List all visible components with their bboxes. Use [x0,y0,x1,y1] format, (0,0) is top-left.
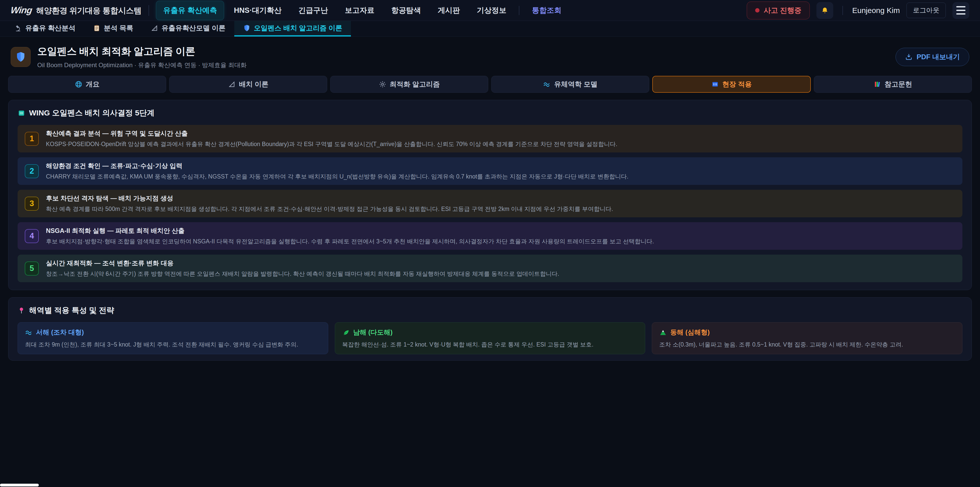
tab-analysis-list[interactable]: 분석 목록 [84,21,142,37]
tab-label: 유출유 확산분석 [25,24,76,33]
control-panel-icon [18,109,25,117]
page-titles: 오일펜스 배치 최적화 알고리즘 이론 Oil Boom Deployment … [37,45,247,69]
round-pushpin-icon [18,307,25,315]
nav-item-hns-diffusion[interactable]: HNS·대기확산 [227,1,288,20]
globe-icon [75,80,83,88]
hamburger-menu-button[interactable] [953,2,969,19]
step-body: 확산 예측 경계를 따라 500m 간격 격자로 후보 배치지점을 생성합니다.… [46,205,613,213]
region-name: 서해 (조차 대형) [36,328,84,337]
nav-item-emergency-rescue[interactable]: 긴급구난 [291,1,335,20]
app-title: 해양환경 위기대응 통합시스템 [36,5,142,16]
step-body: CHARRY 채리모델 조류예측값, KMA UM 풍속풍향, 수심격자, NG… [46,172,628,180]
site-icon [711,80,719,88]
triangle-ruler-icon [228,80,235,88]
step-body: KOSPS·POSEIDON·OpenDrift 앙상블 예측 결과에서 유출유… [46,140,617,148]
region-title-row: 서해 (조차 대형) [25,328,321,337]
section-tab-optimization-algorithm[interactable]: 최적화 알고리즘 [330,76,488,93]
leaf-icon [342,329,350,336]
step-title: 해양환경 조건 확인 — 조류·파고·수심·기상 입력 [46,162,628,170]
region-title-row: 남해 (다도해) [342,328,638,337]
page-header-left: 오일펜스 배치 최적화 알고리즘 이론 Oil Boom Deployment … [11,45,247,69]
region-grid: 서해 (조차 대형) 최대 조차 9m (인천), 조류 최대 3~5 knot… [18,322,963,354]
app-logo[interactable]: Wing 해양환경 위기대응 통합시스템 [11,5,142,16]
nav-item-aerial-search[interactable]: 항공탐색 [384,1,428,20]
step-number-badge: 4 [25,229,39,243]
nav-item-reports[interactable]: 보고자료 [338,1,381,20]
section-tab-label: 배치 이론 [239,80,269,89]
tab-spill-diffusion-analysis[interactable]: 유출유 확산분석 [6,21,84,37]
gear-icon [379,80,387,88]
tab-diffusion-model-theory[interactable]: 유출유확산모델 이론 [142,21,234,37]
step-body: 창조→낙조 전환 시(약 6시간 주기) 조류 방향 역전에 따른 오일펜스 재… [46,270,559,278]
step-number-badge: 1 [25,132,39,146]
incident-label: 사고 진행중 [764,6,801,15]
region-card-title: 해역별 적용 특성 및 전략 [29,305,114,316]
shield-icon [243,24,251,32]
incident-status-badge: 사고 진행중 [747,2,810,19]
top-navbar: Wing 해양환경 위기대응 통합시스템 유출유 확산예측 HNS·대기확산 긴… [0,0,980,21]
wave-icon [25,329,33,336]
decision-step-2: 2 해양환경 조건 확인 — 조류·파고·수심·기상 입력 CHARRY 채리모… [18,157,963,185]
section-tabs: 개요 배치 이론 최적화 알고리즘 유체역학 모델 현장 적용 참고문헌 [0,75,980,93]
decision-steps-card: WING 오일펜스 배치 의사결정 5단계 1 확산예측 결과 분석 — 위험 … [8,100,972,290]
section-tab-deployment-theory[interactable]: 배치 이론 [169,76,327,93]
main-menu: 유출유 확산예측 HNS·대기확산 긴급구난 보고자료 항공탐색 게시판 기상정… [156,1,568,20]
notifications-button[interactable] [816,2,833,19]
horizontal-scrollbar-thumb[interactable] [0,484,39,487]
step-title: 실시간 재최적화 — 조석 변환·조류 변화 대응 [46,259,559,267]
nav-item-integrated-search[interactable]: 통합조회 [525,1,568,20]
decision-step-5: 5 실시간 재최적화 — 조석 변환·조류 변화 대응 창조→낙조 전환 시(약… [18,255,963,282]
navbar-left: Wing 해양환경 위기대응 통합시스템 유출유 확산예측 HNS·대기확산 긴… [11,1,568,20]
download-icon [905,53,913,61]
decision-step-4: 4 NSGA-II 최적화 실행 — 파레토 최적 배치안 산출 후보 배치지점… [18,222,963,250]
step-text: 실시간 재최적화 — 조석 변환·조류 변화 대응 창조→낙조 전환 시(약 6… [46,259,559,278]
region-name: 남해 (다도해) [353,328,393,337]
section-tab-overview[interactable]: 개요 [8,76,166,93]
step-number-badge: 5 [25,262,39,276]
section-tab-label: 참고문헌 [885,80,912,89]
section-tab-label: 유체역학 모델 [554,80,597,89]
tab-label: 유출유확산모델 이론 [162,24,226,33]
section-tab-label: 현장 적용 [722,80,752,89]
user-name: Eunjeong Kim [852,6,900,15]
microscope-icon [14,24,22,32]
step-title: NSGA-II 최적화 실행 — 파레토 최적 배치안 산출 [46,227,654,235]
logout-button[interactable]: 로그아웃 [907,3,946,18]
region-body: 최대 조차 9m (인천), 조류 최대 3~5 knot. J형 배치 주력.… [25,341,321,348]
view-tabbar: 유출유 확산분석 분석 목록 유출유확산모델 이론 오일펜스 배치 알고리즘 이… [0,21,980,37]
hamburger-bar [956,6,966,7]
shield-icon [15,51,27,63]
divider [519,6,519,15]
step-text: 해양환경 조건 확인 — 조류·파고·수심·기상 입력 CHARRY 채리모델 … [46,162,628,180]
nav-item-oil-spill-prediction[interactable]: 유출유 확산예측 [156,1,224,20]
region-strategy-card: 해역별 적용 특성 및 전략 서해 (조차 대형) 최대 조차 9m (인천),… [8,297,972,361]
tab-label: 분석 목록 [104,24,134,33]
hamburger-bar [956,13,966,14]
tab-oil-boom-algorithm-theory[interactable]: 오일펜스 배치 알고리즘 이론 [234,21,351,37]
divider [148,5,149,16]
incident-dot-icon [755,8,759,13]
region-card-east-sea: 동해 (심해형) 조차 소(0.3m), 너울파고 높음. 조류 0.5~1 k… [652,322,963,354]
step-number-badge: 2 [25,164,39,178]
region-body: 복잡한 해안선·섬. 조류 1~2 knot. V형·U형 복합 배치. 좁은 … [342,341,638,348]
pdf-export-button[interactable]: PDF 내보내기 [896,48,969,66]
step-body: 후보 배치지점·방향각·형태 조합을 염색체로 인코딩하여 NSGA-II 다목… [46,238,654,246]
region-card-west-sea: 서해 (조차 대형) 최대 조차 9m (인천), 조류 최대 3~5 knot… [18,322,328,354]
decision-card-title-row: WING 오일펜스 배치 의사결정 5단계 [18,108,963,118]
region-card-south-sea: 남해 (다도해) 복잡한 해안선·섬. 조류 1~2 knot. V형·U형 복… [335,322,646,354]
nav-item-weather-info[interactable]: 기상정보 [470,1,513,20]
triangle-ruler-icon [151,24,158,32]
section-tab-field-application[interactable]: 현장 적용 [652,76,811,93]
decision-step-3: 3 후보 차단선 격자 탐색 — 배치 가능지점 생성 확산 예측 경계를 따라… [18,190,963,217]
pdf-export-label: PDF 내보내기 [916,52,960,62]
page-header: 오일펜스 배치 최적화 알고리즘 이론 Oil Boom Deployment … [0,37,980,75]
page-subtitle: Oil Boom Deployment Optimization · 유출유 확… [37,61,247,69]
books-icon [873,80,881,88]
section-tab-label: 최적화 알고리즘 [390,80,440,89]
step-title: 확산예측 결과 분석 — 위험 구역 및 도달시간 산출 [46,129,617,138]
section-tab-references[interactable]: 참고문헌 [814,76,972,93]
nav-item-board[interactable]: 게시판 [431,1,467,20]
decision-step-1: 1 확산예측 결과 분석 — 위험 구역 및 도달시간 산출 KOSPS·POS… [18,125,963,152]
wave-icon [543,80,551,88]
section-tab-hydrodynamics-model[interactable]: 유체역학 모델 [491,76,649,93]
